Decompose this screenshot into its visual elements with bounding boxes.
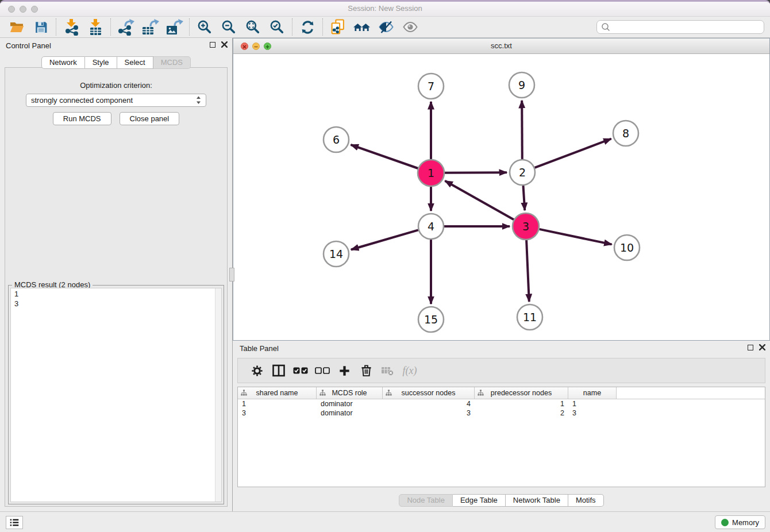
toolbar-divider xyxy=(292,18,292,36)
open-file-button[interactable] xyxy=(5,18,29,36)
control-panel-title: Control Panel xyxy=(6,41,51,50)
close-table-panel-icon[interactable] xyxy=(759,344,765,350)
graph-node-9[interactable]: 9 xyxy=(509,72,534,98)
graph-edge-2-3[interactable] xyxy=(523,186,525,210)
network-window-titlebar[interactable]: scc.txt xyxy=(233,38,769,54)
column-type-icon xyxy=(386,390,392,396)
column-header-shared-name[interactable]: shared name xyxy=(238,387,317,399)
graph-node-1[interactable]: 1 xyxy=(418,160,444,186)
network-canvas[interactable]: 7968124314101511 xyxy=(233,54,769,340)
tab-network-table[interactable]: Network Table xyxy=(506,494,568,507)
table-row[interactable]: 3dominator323 xyxy=(238,408,765,418)
svg-text:15: 15 xyxy=(424,313,438,326)
import-network-button[interactable] xyxy=(59,18,83,36)
deselect-all-button[interactable] xyxy=(311,360,333,381)
graph-edge-4-14[interactable] xyxy=(351,230,418,249)
network-minimize-button[interactable] xyxy=(252,43,260,50)
table-cell: 3 xyxy=(238,408,317,418)
tab-edge-table[interactable]: Edge Table xyxy=(453,494,506,507)
graph-edge-1-2[interactable] xyxy=(445,172,507,173)
search-box[interactable] xyxy=(596,20,764,34)
tab-motifs[interactable]: Motifs xyxy=(568,494,604,507)
tab-select[interactable]: Select xyxy=(117,56,153,69)
float-panel-icon[interactable] xyxy=(210,42,215,48)
clone-network-button[interactable] xyxy=(326,18,350,36)
zoom-window-button[interactable] xyxy=(31,6,38,13)
run-mcds-button[interactable]: Run MCDS xyxy=(53,112,111,125)
mcds-result-area[interactable]: 1 3 xyxy=(10,288,222,502)
main-titlebar: Session: New Session xyxy=(0,2,770,17)
unchecked-boxes-icon xyxy=(315,367,330,374)
apply-layout-button[interactable] xyxy=(295,18,319,36)
graph-node-4[interactable]: 4 xyxy=(418,214,444,239)
export-table-button[interactable] xyxy=(138,18,162,36)
table-cell: 1 xyxy=(568,399,617,408)
graph-edge-3-10[interactable] xyxy=(540,229,612,245)
close-panel-button[interactable]: Close panel xyxy=(120,112,180,125)
add-row-button[interactable] xyxy=(333,360,355,381)
zoom-fit-button[interactable] xyxy=(241,18,265,36)
export-network-button[interactable] xyxy=(114,18,138,36)
panel-splitter-grip[interactable] xyxy=(229,268,234,282)
network-maximize-button[interactable] xyxy=(264,43,271,50)
column-header-mcds-role[interactable]: MCDS role xyxy=(317,387,383,399)
graph-node-7[interactable]: 7 xyxy=(418,74,444,99)
graph-node-2[interactable]: 2 xyxy=(510,160,535,185)
graph-node-8[interactable]: 8 xyxy=(613,121,638,146)
column-header-predecessor-nodes[interactable]: predecessor nodes xyxy=(475,387,568,399)
close-window-button[interactable] xyxy=(8,6,15,13)
select-all-button[interactable] xyxy=(290,360,311,381)
graph-node-10[interactable]: 10 xyxy=(614,235,640,260)
export-image-button[interactable] xyxy=(162,18,186,36)
graph-node-6[interactable]: 6 xyxy=(324,127,349,152)
show-columns-button[interactable] xyxy=(268,360,290,381)
zoom-in-button[interactable] xyxy=(192,18,217,36)
result-scrollbar[interactable] xyxy=(215,288,221,502)
memory-button[interactable]: Memory xyxy=(715,515,765,529)
task-history-button[interactable] xyxy=(6,516,23,529)
column-header-successor-nodes[interactable]: successor nodes xyxy=(383,387,475,399)
graph-edge-2-8[interactable] xyxy=(535,139,611,168)
tab-node-table[interactable]: Node Table xyxy=(399,494,453,507)
float-table-panel-icon[interactable] xyxy=(748,345,753,350)
network-close-button[interactable] xyxy=(241,43,248,50)
search-icon xyxy=(601,22,610,32)
delete-row-button[interactable] xyxy=(355,360,377,381)
save-session-button[interactable] xyxy=(29,18,53,36)
column-header-name[interactable]: name xyxy=(568,387,617,399)
fx-icon: f(x) xyxy=(403,365,417,377)
table-toolbar: f(x) xyxy=(237,358,765,383)
tab-network[interactable]: Network xyxy=(41,56,85,69)
zoom-out-button[interactable] xyxy=(217,18,241,36)
search-input[interactable] xyxy=(610,23,760,32)
close-panel-icon[interactable] xyxy=(221,41,228,48)
import-table-button[interactable] xyxy=(83,18,107,36)
graph-node-15[interactable]: 15 xyxy=(418,307,444,332)
tab-mcds[interactable]: MCDS xyxy=(153,56,191,69)
graph-edge-2-9[interactable] xyxy=(522,101,522,159)
graph-edge-1-6[interactable] xyxy=(351,145,418,168)
graph-edge-3-1[interactable] xyxy=(445,181,514,220)
graph-node-3[interactable]: 3 xyxy=(513,213,539,240)
tab-style[interactable]: Style xyxy=(85,56,117,69)
table-row[interactable]: 1dominator411 xyxy=(238,399,765,408)
function-builder-button[interactable]: f(x) xyxy=(399,360,421,381)
show-all-networks-button[interactable] xyxy=(350,18,374,36)
graph-node-11[interactable]: 11 xyxy=(517,304,542,330)
import-network-icon xyxy=(63,19,80,36)
minimize-window-button[interactable] xyxy=(20,6,26,13)
zoom-selected-button[interactable] xyxy=(265,18,289,36)
zoom-in-icon xyxy=(197,20,213,35)
table-settings-button[interactable] xyxy=(246,360,268,381)
optimization-criterion-dropdown[interactable]: strongly connected component xyxy=(26,94,206,107)
graph-edge-3-11[interactable] xyxy=(526,240,529,302)
svg-text:6: 6 xyxy=(333,133,340,146)
hide-selected-button[interactable] xyxy=(374,18,398,36)
show-selected-button[interactable] xyxy=(398,18,422,36)
graph-node-14[interactable]: 14 xyxy=(324,241,349,267)
columns-icon xyxy=(272,364,286,377)
table-cell: dominator xyxy=(317,408,383,418)
control-panel: Control Panel NetworkStyleSelectMCDS Opt… xyxy=(0,38,233,511)
delete-table-button[interactable] xyxy=(377,360,399,381)
table-cell: dominator xyxy=(317,399,383,408)
